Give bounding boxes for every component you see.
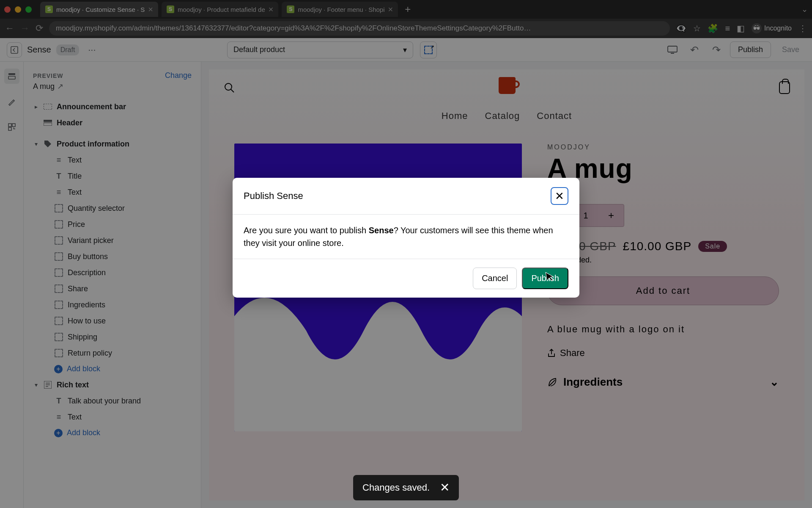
modal-title: Publish Sense bbox=[244, 190, 303, 202]
toast-message: Changes saved. bbox=[362, 482, 430, 493]
publish-modal: Publish Sense ✕ Are you sure you want to… bbox=[233, 178, 579, 298]
mouse-cursor-icon bbox=[545, 270, 555, 282]
toast-close-button[interactable]: ✕ bbox=[440, 482, 450, 494]
modal-close-button[interactable]: ✕ bbox=[551, 187, 568, 205]
toast: Changes saved. ✕ bbox=[353, 475, 459, 500]
modal-overlay[interactable]: Publish Sense ✕ Are you sure you want to… bbox=[0, 0, 812, 508]
modal-body: Are you sure you want to publish Sense? … bbox=[233, 215, 579, 259]
cancel-button[interactable]: Cancel bbox=[473, 268, 517, 289]
publish-button[interactable]: Publish bbox=[522, 268, 568, 289]
close-icon: ✕ bbox=[555, 190, 564, 203]
